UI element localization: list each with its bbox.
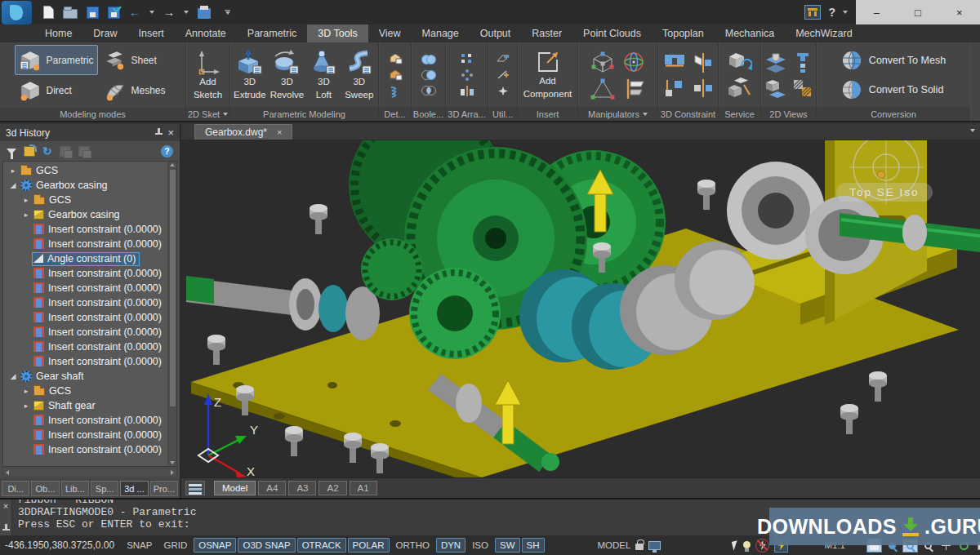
- tree-item[interactable]: Insert constraint (0.0000): [3, 442, 167, 457]
- tree-item[interactable]: Insert constraint (0.0000): [3, 413, 167, 428]
- tree-item[interactable]: Insert constraint (0.0000): [3, 310, 167, 325]
- tree-item[interactable]: Insert constraint (0.0000): [3, 281, 167, 295]
- ribbon-tab[interactable]: Home: [34, 24, 82, 42]
- dock-tab[interactable]: Di...: [2, 481, 29, 496]
- solid-cut-icon[interactable]: [388, 69, 403, 82]
- pin-panel-icon[interactable]: [155, 128, 163, 137]
- model-viewport[interactable]: Top SE Iso Z Y X: [181, 140, 980, 477]
- lights-icon[interactable]: [743, 541, 751, 548]
- layout-tab[interactable]: Model: [214, 481, 256, 495]
- viewport-display-icon[interactable]: [648, 541, 661, 550]
- status-toggle[interactable]: SNAP: [122, 538, 157, 553]
- document-tab[interactable]: Gearbox.dwg* ×: [194, 124, 292, 140]
- viewport-menu-chevron-icon[interactable]: [970, 129, 975, 132]
- tree-item[interactable]: ▸ Gearbox casing: [3, 207, 167, 222]
- save-icon[interactable]: [87, 7, 99, 19]
- ribbon-tab[interactable]: Output: [470, 24, 522, 42]
- ribbon-tab[interactable]: View: [368, 24, 412, 42]
- rect-array-icon[interactable]: [460, 52, 474, 64]
- sheet-mode-button[interactable]: Sheet: [100, 45, 170, 75]
- scrollbar-thumb[interactable]: [170, 170, 176, 406]
- rotate-manipulator-icon[interactable]: [622, 51, 645, 73]
- open-file-icon[interactable]: [63, 9, 78, 19]
- update-model-icon[interactable]: [728, 51, 752, 73]
- maximize-button[interactable]: □: [898, 0, 939, 24]
- mirror-icon[interactable]: [460, 85, 474, 97]
- pin-command-line-icon[interactable]: [2, 524, 10, 533]
- filter-icon[interactable]: [7, 149, 16, 154]
- add-point-icon[interactable]: [496, 85, 510, 97]
- redo-history-chevron-icon[interactable]: [184, 11, 189, 14]
- panel-help-icon[interactable]: ?: [161, 145, 173, 158]
- ribbon-tab[interactable]: Manage: [412, 24, 470, 42]
- ribbon-tab[interactable]: MechWizard: [785, 24, 862, 42]
- dock-tab[interactable]: Lib...: [61, 481, 89, 496]
- layout-tab[interactable]: A4: [258, 481, 286, 495]
- close-button[interactable]: ×: [938, 0, 980, 24]
- close-document-icon[interactable]: ×: [277, 127, 282, 137]
- status-toggle[interactable]: OSNAP: [194, 538, 236, 553]
- tree-item[interactable]: ▸ GCS: [3, 384, 167, 398]
- status-toggle[interactable]: GRID: [158, 538, 192, 553]
- expand-arrow-icon[interactable]: ▸: [20, 387, 32, 395]
- undo-icon[interactable]: ←: [129, 6, 140, 20]
- ribbon-tab[interactable]: Annotate: [175, 24, 237, 42]
- refresh-icon[interactable]: ↻: [42, 146, 52, 157]
- tree-item[interactable]: ◢ Gear shaft: [3, 369, 167, 384]
- status-toggle[interactable]: POLAR: [348, 538, 390, 553]
- status-toggle[interactable]: OTRACK: [297, 538, 346, 553]
- save-all-icon[interactable]: [108, 7, 120, 19]
- tree-item[interactable]: Insert constraint (0.0000): [3, 222, 167, 237]
- help-menu-chevron-icon[interactable]: [843, 11, 848, 14]
- add-plane-icon[interactable]: [496, 52, 510, 64]
- tree-item[interactable]: ▸ Shaft gear: [3, 398, 167, 413]
- group-menu-chevron-icon[interactable]: [643, 113, 648, 116]
- mate-constraint-icon[interactable]: [663, 52, 686, 73]
- status-toggle[interactable]: SH: [522, 538, 545, 553]
- expand-arrow-icon[interactable]: ◢: [7, 181, 19, 189]
- union-icon[interactable]: [421, 54, 437, 65]
- dock-tab[interactable]: Ob...: [31, 481, 59, 496]
- scroll-left-icon[interactable]: [6, 470, 9, 475]
- history-icon[interactable]: [728, 77, 752, 98]
- constraint-filter-icon[interactable]: [24, 146, 35, 157]
- suppress-icon[interactable]: [60, 146, 71, 157]
- projection-icon[interactable]: [794, 52, 812, 73]
- direct-mode-button[interactable]: Direct: [15, 75, 98, 105]
- workspace-icon[interactable]: [804, 5, 821, 20]
- expand-arrow-icon[interactable]: ◢: [7, 372, 19, 380]
- selection-cursor-icon[interactable]: [732, 540, 739, 550]
- quick-properties-off-icon[interactable]: [755, 539, 769, 553]
- ribbon-tab[interactable]: 3D Tools: [307, 24, 368, 42]
- layout-tab[interactable]: A2: [318, 481, 346, 495]
- tree-vertical-scrollbar[interactable]: [167, 162, 176, 466]
- tree-item[interactable]: Angle constraint (0): [3, 251, 167, 266]
- scroll-down-icon[interactable]: [170, 461, 175, 464]
- tree-item[interactable]: Insert constraint (0.0000): [3, 325, 167, 340]
- dock-tab[interactable]: Pro...: [150, 481, 178, 496]
- tree-item[interactable]: Insert constraint (0.0000): [3, 354, 167, 369]
- angle-constraint-icon[interactable]: [664, 78, 685, 98]
- tree-item[interactable]: Insert constraint (0.0000): [3, 340, 167, 354]
- dock-tab[interactable]: 3d ...: [120, 481, 148, 496]
- ribbon-tab[interactable]: Draw: [82, 24, 127, 42]
- add-axis-icon[interactable]: [496, 69, 510, 81]
- align-icon[interactable]: [621, 78, 646, 100]
- help-icon[interactable]: ?: [828, 6, 835, 19]
- solid-add-icon[interactable]: [388, 51, 403, 64]
- meshes-mode-button[interactable]: Meshes: [100, 75, 170, 105]
- extrude-3d-button[interactable]: 3D Extrude: [233, 47, 267, 102]
- expand-arrow-icon[interactable]: ▸: [7, 166, 19, 175]
- toolbar-overflow-icon[interactable]: [225, 10, 230, 16]
- tangent-constraint-icon[interactable]: [693, 52, 713, 73]
- space-label[interactable]: MODEL: [598, 540, 631, 550]
- unsuppress-icon[interactable]: [78, 146, 90, 157]
- add-component-button[interactable]: Add Component: [522, 47, 574, 101]
- dock-tab[interactable]: Sp...: [91, 481, 118, 496]
- ribbon-tab[interactable]: Topoplan: [652, 24, 715, 42]
- layout-tab[interactable]: A3: [288, 481, 316, 495]
- tree-item[interactable]: Insert constraint (0.0000): [3, 295, 167, 310]
- scale-manipulator-icon[interactable]: [590, 78, 615, 100]
- tree-item[interactable]: Insert constraint (0.0000): [3, 266, 167, 281]
- status-toggle[interactable]: ORTHO: [391, 538, 434, 553]
